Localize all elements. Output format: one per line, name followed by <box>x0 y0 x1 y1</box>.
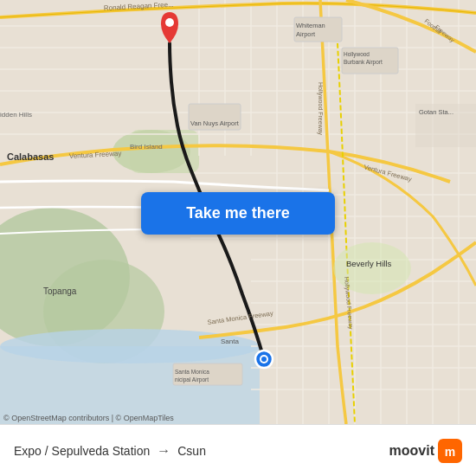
svg-text:Santa Monica: Santa Monica <box>175 369 209 375</box>
svg-text:Burbank Airport: Burbank Airport <box>344 59 383 66</box>
moovit-logo-icon: m <box>438 439 462 463</box>
map-container: Ronald Reagan Free... Whiteman Airport H… <box>0 0 476 424</box>
bottom-bar: Expo / Sepulveda Station → Csun moovit m <box>0 424 476 476</box>
svg-text:Hollywood Freeway: Hollywood Freeway <box>317 82 324 136</box>
svg-text:m: m <box>445 445 455 459</box>
moovit-brand-text: moovit <box>389 443 434 459</box>
svg-text:Beverly Hills: Beverly Hills <box>346 259 392 268</box>
svg-point-65 <box>261 357 267 362</box>
svg-text:nicipal Airport: nicipal Airport <box>175 376 209 383</box>
route-to: Csun <box>177 444 206 458</box>
svg-text:Gotan Sta...: Gotan Sta... <box>419 108 453 116</box>
svg-text:Bird Island: Bird Island <box>130 143 163 151</box>
take-me-there-button[interactable]: Take me there <box>141 192 335 235</box>
svg-text:idden Hills: idden Hills <box>0 111 32 119</box>
svg-text:Hollywood: Hollywood <box>344 51 370 58</box>
svg-text:Airport: Airport <box>296 30 316 38</box>
svg-point-66 <box>165 18 174 27</box>
svg-text:Whiteman: Whiteman <box>296 22 325 29</box>
map-copyright: © OpenStreetMap contributors | © OpenMap… <box>3 414 174 422</box>
svg-text:Santa: Santa <box>221 338 239 345</box>
svg-text:Calabasas: Calabasas <box>7 151 54 162</box>
route-from: Expo / Sepulveda Station <box>14 444 150 458</box>
svg-text:Van Nuys Airport: Van Nuys Airport <box>190 119 240 127</box>
route-arrow: → <box>157 443 170 459</box>
moovit-logo: moovit m <box>389 439 462 463</box>
svg-text:Topanga: Topanga <box>43 286 77 296</box>
